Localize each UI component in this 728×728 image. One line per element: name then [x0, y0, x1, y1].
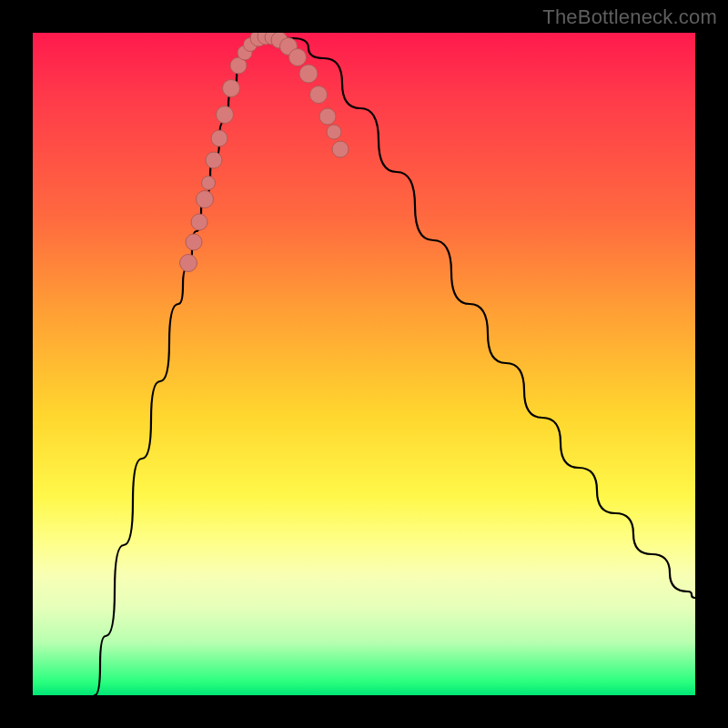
- highlight-dot: [191, 214, 207, 230]
- plot-area: [33, 33, 695, 695]
- highlight-dot: [186, 234, 202, 250]
- watermark-text: TheBottleneck.com: [542, 5, 717, 29]
- highlight-dot: [310, 86, 328, 104]
- highlight-dot: [202, 177, 216, 190]
- highlight-dot: [206, 152, 222, 168]
- highlight-dot: [332, 141, 349, 157]
- highlight-dot: [223, 80, 240, 97]
- highlight-dot: [327, 125, 341, 139]
- highlight-dot: [211, 130, 228, 147]
- highlight-dot: [319, 108, 336, 125]
- highlight-dot: [289, 49, 307, 66]
- highlight-dot: [217, 106, 234, 124]
- highlight-dots-group: [180, 33, 349, 272]
- highlight-dot: [197, 191, 214, 208]
- bottleneck-curve: [95, 37, 695, 695]
- highlight-dot: [180, 255, 197, 272]
- chart-frame: TheBottleneck.com: [0, 0, 728, 728]
- highlight-dot: [299, 65, 318, 83]
- chart-svg: [33, 33, 695, 695]
